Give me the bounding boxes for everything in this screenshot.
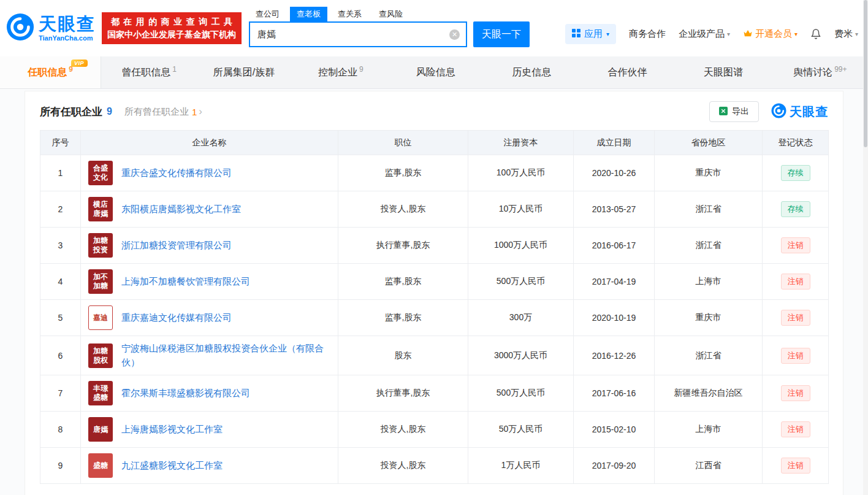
- row-number: 6: [58, 351, 63, 361]
- position-cell: 监事,股东: [338, 264, 468, 300]
- company-name-link[interactable]: 重庆嘉迪文化传媒有限公司: [121, 311, 232, 325]
- user-account-menu[interactable]: 费米 ▾: [834, 28, 858, 40]
- column-header-3: 注册资本: [468, 131, 574, 155]
- nav-tab-6[interactable]: 合作伙伴: [581, 56, 676, 88]
- search-tab-0[interactable]: 查公司: [249, 7, 286, 21]
- status-cell: 存续: [763, 155, 829, 191]
- apps-menu-button[interactable]: 应用 ▾: [565, 24, 616, 44]
- company-name-link[interactable]: 霍尔果斯丰璟盛糖影视有限公司: [121, 386, 250, 401]
- position-cell: 投资人,股东: [338, 191, 468, 228]
- position-cell: 监事,股东: [338, 300, 468, 336]
- date-cell: 2017-04-19: [574, 264, 655, 300]
- position-cell: 股东: [338, 336, 468, 375]
- page-scrollbar[interactable]: [863, 0, 868, 495]
- excel-export-icon: [719, 107, 728, 117]
- search-tab-3[interactable]: 查风险: [372, 7, 409, 21]
- chevron-down-icon: ▾: [606, 31, 609, 37]
- capital-cell: 500万人民币: [468, 264, 574, 300]
- capital-cell: 50万人民币: [468, 412, 574, 448]
- company-name-link[interactable]: 上海加不加糖餐饮管理有限公司: [121, 275, 250, 289]
- company-name-cell: 合盛 文化 重庆合盛文化传播有限公司: [81, 155, 338, 191]
- chevron-down-icon: ▾: [727, 31, 730, 37]
- company-logo: 丰璟 盛糖: [88, 381, 113, 405]
- nav-tab-label: 曾任职信息: [121, 66, 170, 79]
- row-number: 1: [58, 168, 63, 178]
- notification-bell-icon[interactable]: [810, 28, 821, 40]
- company-logo: 加糖 投资: [88, 233, 113, 258]
- date-cell: 2015-02-10: [574, 412, 655, 448]
- nav-tab-3[interactable]: 控制企业 9: [293, 56, 389, 88]
- company-name-link[interactable]: 宁波梅山保税港区加糖股权投资合伙企业（有限合伙）: [121, 342, 334, 369]
- positions-table: 序号企业名称职位注册资本成立日期省份地区登记状态 1 合盛 文化 重庆合盛文化传…: [40, 130, 829, 484]
- row-number: 3: [58, 240, 63, 250]
- region-cell: 重庆市: [655, 155, 763, 191]
- search-tab-2[interactable]: 查关系: [331, 7, 368, 21]
- apps-grid-icon: [572, 29, 581, 39]
- business-cooperation-link[interactable]: 商务合作: [629, 28, 666, 40]
- search-button[interactable]: 天眼一下: [473, 21, 530, 47]
- company-logo: 嘉迪: [88, 305, 113, 330]
- open-vip-menu[interactable]: 开通会员 ▾: [743, 28, 798, 40]
- export-button[interactable]: 导出: [709, 101, 759, 122]
- company-name-link[interactable]: 上海唐嫣影视文化工作室: [121, 423, 223, 437]
- tianyancha-logo-icon: [6, 13, 34, 44]
- position-cell: 执行董事,股东: [338, 375, 468, 412]
- search-area: 查公司查老板查关系查风险 ✕ 天眼一下: [249, 7, 530, 47]
- former-positions-link[interactable]: 所有曾任职企业 1 ›: [124, 106, 202, 118]
- status-cell: 存续: [763, 191, 829, 228]
- date-cell: 2016-06-17: [574, 228, 655, 264]
- position-cell: 投资人,股东: [338, 412, 468, 448]
- row-number: 7: [58, 388, 63, 398]
- row-number: 8: [58, 424, 63, 434]
- chevron-down-icon: ▾: [794, 31, 798, 37]
- main-content: 所有任职企业 9 所有曾任职企业 1 › 导出 天眼查: [0, 89, 868, 495]
- status-badge: 注销: [781, 421, 810, 437]
- scrollbar-thumb[interactable]: [864, 0, 867, 147]
- nav-tab-0[interactable]: 任职信息 9 VIP: [0, 56, 101, 88]
- company-name-link[interactable]: 东阳横店唐嫣影视文化工作室: [121, 202, 241, 217]
- slogan-line2: 国家中小企业发展子基金旗下机构: [107, 28, 236, 41]
- capital-cell: 1万人民币: [468, 448, 574, 484]
- enterprise-products-menu[interactable]: 企业级产品 ▾: [679, 28, 730, 40]
- nav-tab-7[interactable]: 天眼图谱: [676, 56, 772, 88]
- search-input[interactable]: [250, 29, 449, 40]
- nav-tab-8[interactable]: 舆情讨论 99+: [772, 56, 868, 88]
- column-header-5: 省份地区: [655, 131, 763, 155]
- top-header: 天眼查 TianYanCha.com 都在用的商业查询工具 国家中小企业发展子基…: [0, 0, 868, 56]
- row-index-cell: 1: [40, 155, 81, 191]
- nav-tab-5[interactable]: 历史信息: [485, 56, 581, 88]
- vip-badge: VIP: [71, 59, 88, 67]
- capital-cell: 100万人民币: [468, 155, 574, 191]
- status-badge: 注销: [781, 237, 810, 253]
- company-name-cell: 横店 唐嫣 东阳横店唐嫣影视文化工作室: [81, 191, 338, 228]
- tianyancha-logo[interactable]: 天眼查 TianYanCha.com: [6, 13, 96, 44]
- brand-domain: TianYanCha.com: [39, 34, 96, 42]
- row-index-cell: 6: [40, 336, 81, 375]
- section-nav-tabs: 任职信息 9 VIP 曾任职信息 1 所属集团/族群 控制企业 9 风险信息 历…: [0, 56, 868, 89]
- date-cell: 2013-05-27: [574, 191, 655, 228]
- nav-tab-1[interactable]: 曾任职信息 1: [101, 56, 197, 88]
- nav-tab-4[interactable]: 风险信息: [389, 56, 484, 88]
- company-name-link[interactable]: 浙江加糖投资管理有限公司: [121, 239, 232, 253]
- clear-search-icon[interactable]: ✕: [449, 29, 460, 40]
- company-logo: 加不 加糖: [88, 269, 113, 294]
- positions-card: 所有任职企业 9 所有曾任职企业 1 › 导出 天眼查: [25, 91, 843, 495]
- nav-tab-label: 合作伙伴: [608, 66, 647, 79]
- nav-tab-label: 舆情讨论: [793, 66, 832, 79]
- nav-tab-label: 任职信息: [28, 66, 67, 79]
- status-cell: 注销: [763, 336, 829, 375]
- company-name-link[interactable]: 重庆合盛文化传播有限公司: [121, 166, 232, 180]
- nav-tab-label: 历史信息: [512, 66, 551, 79]
- date-cell: 2017-06-16: [574, 375, 655, 412]
- company-name-link[interactable]: 九江盛糖影视文化工作室: [121, 459, 223, 473]
- table-body: 1 合盛 文化 重庆合盛文化传播有限公司 监事,股东 100万人民币 2020-…: [40, 155, 829, 484]
- search-tab-1[interactable]: 查老板: [290, 7, 327, 21]
- company-logo: 加糖 股权: [88, 343, 113, 368]
- row-index-cell: 3: [40, 228, 81, 264]
- nav-tab-2[interactable]: 所属集团/族群: [197, 56, 292, 88]
- table-header-row: 序号企业名称职位注册资本成立日期省份地区登记状态: [40, 131, 829, 155]
- date-cell: 2020-10-19: [574, 300, 655, 336]
- company-name-cell: 丰璟 盛糖 霍尔果斯丰璟盛糖影视有限公司: [81, 375, 338, 412]
- table-row: 4 加不 加糖 上海加不加糖餐饮管理有限公司 监事,股东 500万人民币 201…: [40, 264, 829, 300]
- crown-icon: [743, 29, 753, 39]
